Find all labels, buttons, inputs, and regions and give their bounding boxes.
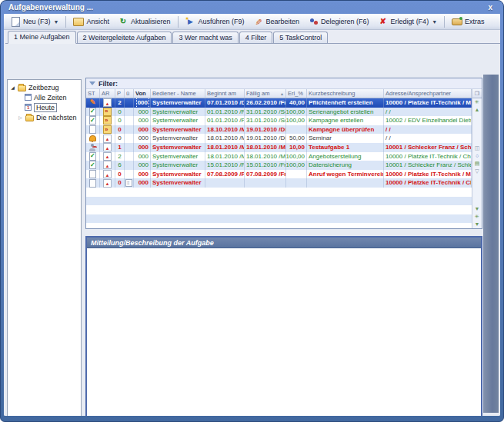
execute-button[interactable]: Ausführen (F9) (182, 15, 249, 28)
col-header-von[interactable]: Von (134, 89, 151, 98)
cell-p: 0 (115, 170, 125, 179)
col-header-kurzbeschreibung[interactable]: Kurzbeschreibung (307, 89, 384, 98)
table-row[interactable]: 2 000 Systemverwalter 18.01.2010 /Mo 18.… (86, 152, 472, 161)
scroll-top-icon[interactable]: ✳ (475, 98, 479, 106)
col-header-faellig[interactable]: Fällig am▲ (245, 89, 286, 98)
execute-button-label: Ausführen (F9) (199, 18, 245, 25)
tab-wer-macht-was[interactable]: 3 Wer macht was (172, 32, 238, 43)
tree-node-heute[interactable]: Heute (10, 102, 81, 112)
cell-begin: 07.01.2010 /D (205, 98, 245, 108)
refresh-icon (118, 17, 129, 27)
col-header-adresse[interactable]: Adresse/Ansprechpartner (384, 89, 472, 98)
col-header-bediener[interactable]: Bediener - Name (151, 89, 205, 98)
cell-von: 000 (134, 161, 151, 170)
tab-filter[interactable]: 4 Filter (239, 32, 273, 43)
tree-node-die-naechsten[interactable]: ▷ Die nächsten (10, 112, 81, 122)
cell-von: 000 (134, 98, 151, 108)
cell-name: Systemverwalter (151, 178, 205, 188)
tab-taskcontrol[interactable]: 5 TaskControl (273, 32, 328, 43)
page-icon (88, 126, 97, 134)
col-header-erl[interactable]: Erl_% (286, 89, 307, 98)
view-icon (73, 17, 84, 27)
column-chooser-icon[interactable]: ❐ (472, 89, 482, 98)
scroll-down-icon[interactable]: ▼ (475, 205, 480, 213)
refresh-button-label: Aktualisieren (131, 18, 171, 25)
chevron-down-icon[interactable]: ▼ (432, 19, 437, 25)
cell-p: 0 (115, 116, 125, 125)
cell-name: Systemverwalter (151, 108, 205, 117)
cell-pct: 100,00 (286, 116, 307, 125)
filter-row[interactable]: Filter: (86, 78, 482, 89)
chevron-down-icon[interactable]: ▼ (54, 19, 59, 25)
folder-icon (18, 85, 26, 91)
cell-desc: Pflichtenheft erstellen (307, 98, 384, 108)
col-header-st[interactable]: ST (86, 89, 100, 98)
filter-funnel-icon[interactable]: ▽ (475, 168, 479, 175)
cell-st (86, 108, 100, 117)
tab-weitergeleitete-aufgaben[interactable]: 2 Weitergeleitete Aufgaben (77, 32, 172, 43)
done-button[interactable]: Erledigt (F4) ▼ (374, 15, 441, 28)
refresh-button[interactable]: Aktualisieren (114, 15, 175, 28)
cell-ar (100, 108, 115, 117)
edit-button[interactable]: Bearbeiten (249, 15, 304, 28)
forward-icon (103, 126, 112, 134)
table-row[interactable]: 0 000 Systemverwalter 07.08.2009 /Fr 07.… (86, 170, 472, 179)
table-row[interactable]: 0 000 Systemverwalter 18.10.2010 /M 19.0… (86, 125, 472, 135)
cell-p: 0 (115, 108, 125, 117)
cell-ar (100, 134, 115, 143)
cell-ar (100, 125, 115, 135)
col-header-u[interactable]: ü (125, 89, 134, 98)
list-icon[interactable]: ▤ (475, 160, 480, 168)
scroll-end-icon[interactable]: ▼ (475, 221, 480, 228)
cell-due: 15.01.2010 /Fr (245, 161, 286, 170)
chart-icon (103, 179, 112, 187)
table-row[interactable]: 0 000 Systemverwalter 01.01.2010 /Fr 31.… (86, 116, 472, 125)
table-row[interactable]: 2 000 Systemverwalter 07.01.2010 /D 26.0… (86, 98, 472, 108)
cell-u (125, 134, 134, 143)
cell-begin: 01.01.2010 /Fr (205, 116, 245, 125)
table-row[interactable]: 6 000 Systemverwalter 15.01.2010 /Fr 15.… (86, 161, 472, 170)
cell-desc: Kampagne überprüfen (307, 125, 384, 135)
col-header-p[interactable]: P (115, 89, 125, 98)
cell-desc (307, 178, 384, 188)
cell-name: Systemverwalter (151, 134, 205, 143)
tab-bar: 1 Meine Aufgaben 2 Weitergeleitete Aufga… (5, 31, 500, 44)
forward-icon (103, 108, 112, 115)
page-icon (88, 179, 97, 187)
message-panel-body[interactable] (87, 248, 481, 416)
view-button-label: Ansicht (86, 18, 109, 25)
table-row[interactable]: 0 000 Systemverwalter 10000 / Platzke IT… (86, 178, 472, 188)
search-icon[interactable]: ○ (476, 152, 479, 160)
cell-name: Systemverwalter (151, 152, 205, 161)
table-row[interactable]: 1 000 Systemverwalter 18.01.2010 /M 18.0… (86, 143, 472, 152)
tree-node-alle-zeiten[interactable]: Alle Zeiten (10, 92, 81, 102)
columns-icon[interactable]: ◫ (475, 145, 480, 152)
cell-u (125, 143, 134, 152)
col-header-ar[interactable]: AR (100, 89, 115, 98)
scroll-up-icon[interactable]: ▲ (475, 106, 480, 114)
tree-node-zeitbezug[interactable]: ◢ Zeitbezug (10, 82, 81, 92)
cell-begin: 18.01.2010 /M (205, 143, 245, 152)
delegate-button[interactable]: Delegieren (F6) (304, 15, 373, 28)
cell-desc: Anruf wegen Terminverein (307, 170, 384, 179)
expander-open-icon[interactable]: ◢ (10, 85, 15, 90)
col-header-beginnt[interactable]: Beginnt am (205, 89, 245, 98)
cell-due: 19.01.2010 /Di (245, 134, 286, 143)
cell-desc: Kampagne erstellen (307, 116, 384, 125)
time-filter-tree-panel: ◢ Zeitbezug Alle Zeiten Heute ▷ (7, 79, 82, 416)
titlebar[interactable]: Aufgabenverwaltung ... x (4, 1, 500, 14)
view-button[interactable]: Ansicht (69, 15, 113, 28)
cell-pct: 100,00 (286, 108, 307, 117)
new-button[interactable]: Neu (F3) ▼ (6, 15, 62, 28)
close-button[interactable]: x (485, 3, 496, 12)
extras-button[interactable]: Extras (448, 15, 489, 28)
task-table-panel: Filter: ST AR P ü Von Bediener - Name Be… (85, 78, 482, 229)
table-row[interactable]: 0 000 Systemverwalter 18.01.2010 /M 19.0… (86, 134, 472, 143)
cell-desc: Serienangebot erstellen (307, 108, 384, 117)
chart-icon (103, 152, 112, 160)
expander-closed-icon[interactable]: ▷ (18, 115, 23, 120)
table-row[interactable]: 0 000 Systemverwalter 01.01.2010 /Fr 31.… (86, 108, 472, 117)
cell-addr: 10001 / Schlecker Franz / Schlecker Fran (384, 143, 472, 152)
scroll-bottom-icon[interactable]: ✳ (475, 213, 479, 221)
tab-meine-aufgaben[interactable]: 1 Meine Aufgaben (8, 31, 76, 44)
